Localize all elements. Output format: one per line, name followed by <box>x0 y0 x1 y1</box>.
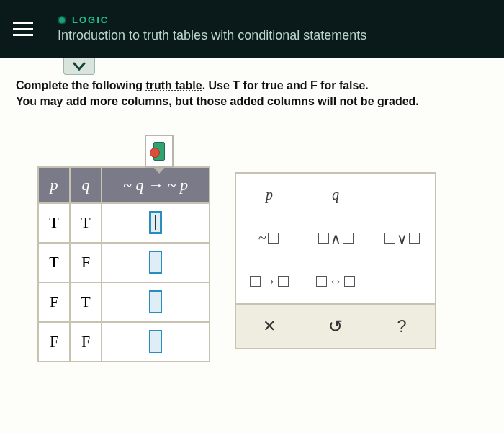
placeholder-icon <box>268 233 279 244</box>
placeholder-icon <box>344 276 355 287</box>
placeholder-icon <box>318 233 329 244</box>
lesson-title: Introduction to truth tables with condit… <box>58 28 366 43</box>
cell-p: T <box>38 203 70 243</box>
title-block: LOGIC Introduction to truth tables with … <box>58 14 366 43</box>
cell-q: T <box>70 203 102 243</box>
cell-p: F <box>38 282 70 322</box>
undo-button[interactable]: ↺ <box>302 305 369 348</box>
palette-spacer <box>369 260 435 303</box>
text-cursor-icon <box>149 211 162 234</box>
table-row: T F <box>38 243 210 282</box>
palette-p-button[interactable]: p <box>236 174 302 217</box>
close-icon: ✕ <box>263 317 276 336</box>
help-button[interactable]: ? <box>369 305 435 348</box>
truth-table: p q ~ q → ~ p T T T F F T <box>37 166 210 362</box>
palette-and-button[interactable]: ∧ <box>302 217 369 260</box>
answer-cell[interactable] <box>102 322 210 362</box>
question-content: Complete the following truth table. Use … <box>0 58 504 362</box>
answer-cell[interactable] <box>102 203 210 243</box>
lesson-dropdown[interactable] <box>63 58 95 75</box>
undo-icon: ↺ <box>328 316 343 336</box>
input-placeholder-icon <box>149 251 162 274</box>
instructions-text: Complete the following truth table. Use … <box>16 78 488 110</box>
add-column-button[interactable] <box>145 135 174 168</box>
col-header-q: q <box>70 167 102 203</box>
cell-q: F <box>70 322 102 362</box>
cell-p: T <box>38 243 70 282</box>
table-header-row: p q ~ q → ~ p <box>38 167 210 203</box>
placeholder-icon <box>384 233 395 244</box>
palette-q-button[interactable]: q <box>302 174 369 217</box>
palette-or-button[interactable]: ∨ <box>369 217 435 260</box>
palette-not-button[interactable]: ~ <box>236 217 302 260</box>
clear-button[interactable]: ✕ <box>236 305 302 348</box>
help-icon: ? <box>397 316 406 336</box>
truth-table-glossary-link[interactable]: truth table <box>145 79 202 91</box>
answer-cell[interactable] <box>102 243 210 282</box>
placeholder-icon <box>316 276 327 287</box>
answer-cell[interactable] <box>102 282 210 322</box>
chevron-down-icon <box>73 62 86 71</box>
symbol-palette: p q ~ ∧ ∨ → ↔ ✕ ↺ ? <box>235 172 436 349</box>
input-placeholder-icon <box>149 330 162 353</box>
status-dot-icon <box>58 16 66 24</box>
placeholder-icon <box>250 276 261 287</box>
palette-conditional-button[interactable]: → <box>236 260 302 303</box>
placeholder-icon <box>409 233 420 244</box>
app-header: LOGIC Introduction to truth tables with … <box>0 0 504 58</box>
workspace: p q ~ q → ~ p T T T F F T <box>16 135 488 362</box>
cell-p: F <box>38 322 70 362</box>
input-placeholder-icon <box>149 290 162 313</box>
placeholder-icon <box>343 233 354 244</box>
placeholder-icon <box>278 276 289 287</box>
palette-biconditional-button[interactable]: ↔ <box>302 260 369 303</box>
table-row: F F <box>38 322 210 362</box>
table-row: T T <box>38 203 210 243</box>
table-row: F T <box>38 282 210 322</box>
palette-spacer <box>369 174 435 217</box>
add-column-icon <box>153 142 165 161</box>
category-label: LOGIC <box>72 14 109 25</box>
cell-q: F <box>70 243 102 282</box>
cell-q: T <box>70 282 102 322</box>
col-header-p: p <box>38 167 70 203</box>
menu-icon[interactable] <box>13 19 33 39</box>
